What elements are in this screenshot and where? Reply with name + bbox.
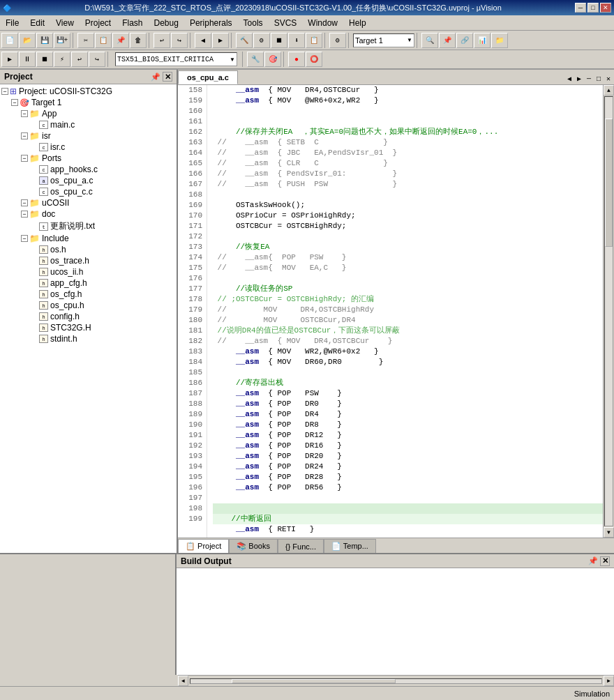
tree-item-os-cpu-a[interactable]: aos_cpu_a.c	[29, 175, 177, 186]
misc-btn5[interactable]: 📁	[491, 33, 508, 48]
tree-item-stc32g-h[interactable]: hSTC32G.H	[29, 322, 177, 333]
tree-item-os-cfg-h[interactable]: hos_cfg.h	[29, 289, 177, 300]
tree-item-doc-group[interactable]: −📁doc	[20, 208, 177, 220]
code-editor[interactable]: 1581591601611621631641651661671681691701…	[178, 85, 614, 538]
vertical-scrollbar[interactable]: ▲ ▼	[603, 85, 614, 538]
undo-button[interactable]: ↩	[154, 33, 170, 48]
save-all-button[interactable]: 💾+	[54, 33, 70, 48]
collapse-icon[interactable]: −	[11, 99, 18, 106]
tree-item-config-h[interactable]: hconfig.h	[29, 311, 177, 322]
tab-os-cpu-a[interactable]: os_cpu_a.c	[178, 70, 238, 84]
tab-scroll-right-button[interactable]: ▶	[575, 75, 583, 83]
code-content[interactable]: __asm { MOV DR4,OSTCBCur } __asm { MOV @…	[207, 85, 603, 538]
collapse-icon[interactable]: −	[21, 110, 28, 117]
menu-svcs[interactable]: SVCS	[269, 15, 303, 30]
cut-button[interactable]: ✂	[77, 33, 94, 48]
debug-extra4[interactable]: ⭕	[306, 52, 322, 67]
menu-help[interactable]: Help	[343, 15, 372, 30]
tree-item-app-cfg-h[interactable]: happ_cfg.h	[29, 277, 177, 289]
paste-button[interactable]: 📌	[112, 33, 129, 48]
build-button[interactable]: 🔨	[236, 33, 253, 48]
tree-item-target1[interactable]: −🎯Target 1	[10, 97, 177, 108]
rebuild-button[interactable]: ⚙	[253, 33, 270, 48]
collapse-icon[interactable]: −	[1, 88, 8, 95]
vscroll-thumb[interactable]	[605, 119, 613, 248]
debug-extra3[interactable]: ●	[288, 52, 305, 67]
build-pin-button[interactable]: 📌	[588, 556, 598, 565]
tree-item-isr-group[interactable]: −📁isr	[20, 130, 177, 142]
tree-item-ports-group[interactable]: −📁Ports	[20, 153, 177, 164]
project-close-button[interactable]: ✕	[163, 72, 172, 82]
hscroll-right-button[interactable]: ►	[604, 676, 614, 686]
collapse-icon[interactable]: −	[21, 235, 28, 242]
close-button[interactable]: ✕	[600, 3, 611, 13]
horizontal-scrollbar[interactable]: ◄ ►	[178, 675, 614, 686]
debug-btn1[interactable]: ▶	[1, 52, 18, 67]
maximize-button[interactable]: □	[587, 3, 599, 13]
project-pin-button[interactable]: 📌	[151, 73, 160, 82]
collapse-icon[interactable]: −	[21, 155, 28, 162]
tree-item-update-txt[interactable]: t更新说明.txt	[29, 220, 177, 233]
menu-edit[interactable]: Edit	[24, 15, 50, 30]
tree-item-app-hooks[interactable]: capp_hooks.c	[29, 164, 177, 175]
tree-item-ucosii-group[interactable]: −📁uCOSII	[20, 197, 177, 208]
tree-item-ucos-ii-h[interactable]: hucos_ii.h	[29, 266, 177, 277]
misc-btn3[interactable]: 🔗	[456, 33, 473, 48]
hscroll-thumb[interactable]	[232, 679, 396, 683]
tree-item-isr-c[interactable]: cisr.c	[29, 142, 177, 153]
tree-item-os-h[interactable]: hos.h	[29, 244, 177, 255]
tree-item-stdint-h[interactable]: hstdint.h	[29, 333, 177, 344]
menu-tools[interactable]: Tools	[238, 15, 269, 30]
tree-item-os-cpu-h[interactable]: hos_cpu.h	[29, 300, 177, 311]
debug-btn6[interactable]: ↪	[89, 52, 105, 67]
debug-extra1[interactable]: 🔧	[247, 52, 264, 67]
menu-project[interactable]: Project	[80, 15, 117, 30]
bottom-tab-templates[interactable]: 📄 Temp...	[324, 539, 376, 553]
hscroll-track[interactable]	[190, 678, 602, 684]
redo-button[interactable]: ↪	[171, 33, 188, 48]
delete-button[interactable]: 🗑	[130, 33, 147, 48]
bottom-tab-books[interactable]: 📚 Books	[229, 539, 278, 553]
build-close-button[interactable]: ✕	[600, 556, 610, 566]
tab-scroll-left-button[interactable]: ◀	[565, 75, 574, 83]
collapse-icon[interactable]: −	[21, 211, 28, 218]
copy-button[interactable]: 📋	[95, 33, 112, 48]
minimize-button[interactable]: ─	[575, 3, 586, 13]
collapse-icon[interactable]: −	[21, 199, 28, 206]
debug-btn3[interactable]: ⏹	[36, 52, 53, 67]
menu-peripherals[interactable]: Peripherals	[184, 15, 238, 30]
debug-extra2[interactable]: 🎯	[264, 52, 281, 67]
tree-item-os-cpu-c[interactable]: cos_cpu_c.c	[29, 186, 177, 197]
bottom-tab-functions[interactable]: {} Func...	[278, 539, 324, 553]
menu-flash[interactable]: Flash	[117, 15, 148, 30]
navigate-back-button[interactable]: ◀	[195, 33, 211, 48]
tab-close-button[interactable]: ✕	[604, 75, 613, 83]
misc-btn1[interactable]: 🔍	[421, 33, 438, 48]
tab-minimize-button[interactable]: ─	[585, 75, 593, 83]
menu-file[interactable]: File	[0, 15, 24, 30]
tab-maximize-button[interactable]: □	[594, 75, 603, 83]
tree-item-project-root[interactable]: −⊞Project: uCOSII-STC32G	[0, 86, 177, 97]
new-file-button[interactable]: 📄	[1, 33, 18, 48]
collapse-icon[interactable]: −	[21, 132, 28, 139]
tree-item-include-group[interactable]: −📁Include	[20, 233, 177, 244]
tree-item-os-trace-h[interactable]: hos_trace.h	[29, 255, 177, 266]
menu-window[interactable]: Window	[302, 15, 343, 30]
misc-btn4[interactable]: 📊	[474, 33, 491, 48]
misc-btn2[interactable]: 📌	[439, 33, 456, 48]
target-select[interactable]: Target 1 ▼	[353, 33, 414, 47]
menu-debug[interactable]: Debug	[149, 15, 184, 30]
stop-button[interactable]: ⏹	[271, 33, 287, 48]
bottom-tab-project[interactable]: 📋 Project	[178, 539, 229, 553]
target-options-button[interactable]: ⚙	[329, 33, 346, 48]
vscroll-track[interactable]	[604, 96, 613, 526]
debug-btn2[interactable]: ⏸	[19, 52, 36, 67]
debug-btn5[interactable]: ↩	[71, 52, 88, 67]
download-button[interactable]: ⬇	[288, 33, 305, 48]
scroll-down-button[interactable]: ▼	[604, 527, 614, 538]
menu-view[interactable]: View	[50, 15, 80, 30]
scroll-up-button[interactable]: ▲	[604, 85, 614, 96]
open-file-button[interactable]: 📂	[19, 33, 36, 48]
tree-item-main-c[interactable]: cmain.c	[29, 119, 177, 130]
hscroll-left-button[interactable]: ◄	[178, 676, 188, 686]
